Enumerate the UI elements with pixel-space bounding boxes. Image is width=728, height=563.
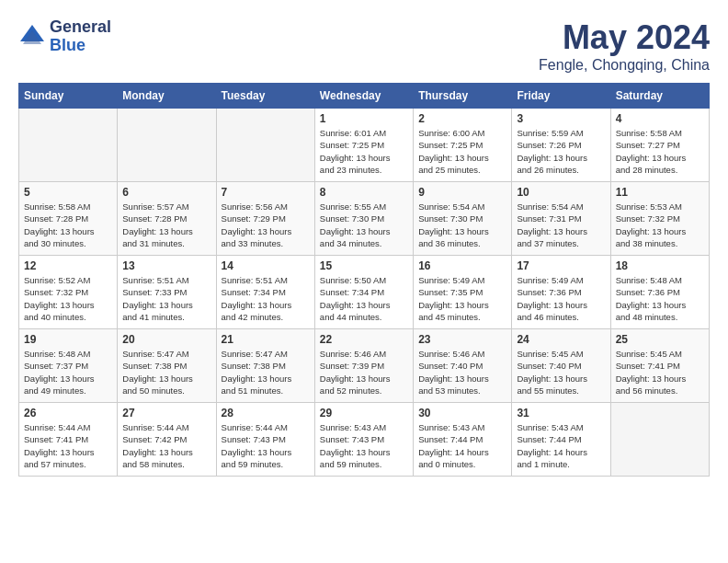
day-number: 27 — [122, 407, 210, 419]
day-number: 9 — [418, 186, 506, 199]
day-info: Sunrise: 5:54 AM Sunset: 7:30 PM Dayligh… — [418, 201, 506, 249]
calendar-day-cell: 8Sunrise: 5:55 AM Sunset: 7:30 PM Daylig… — [314, 182, 413, 256]
calendar-day-cell: 20Sunrise: 5:47 AM Sunset: 7:38 PM Dayli… — [118, 329, 216, 403]
calendar-day-cell: 7Sunrise: 5:56 AM Sunset: 7:29 PM Daylig… — [216, 182, 314, 256]
logo: General Blue — [18, 18, 111, 55]
weekday-header-row: SundayMondayTuesdayWednesdayThursdayFrid… — [19, 84, 710, 109]
day-info: Sunrise: 5:48 AM Sunset: 7:36 PM Dayligh… — [616, 274, 704, 323]
day-number: 10 — [517, 186, 605, 199]
day-info: Sunrise: 5:52 AM Sunset: 7:32 PM Dayligh… — [24, 274, 112, 323]
day-info: Sunrise: 5:46 AM Sunset: 7:40 PM Dayligh… — [418, 348, 506, 396]
weekday-header-cell: Sunday — [19, 84, 118, 109]
weekday-header-cell: Friday — [512, 84, 610, 109]
calendar-day-cell — [216, 109, 314, 182]
day-info: Sunrise: 5:54 AM Sunset: 7:31 PM Dayligh… — [517, 201, 605, 249]
day-number: 12 — [24, 259, 112, 272]
calendar-day-cell: 21Sunrise: 5:47 AM Sunset: 7:38 PM Dayli… — [216, 329, 314, 403]
day-number: 11 — [616, 186, 704, 199]
calendar-day-cell: 4Sunrise: 5:58 AM Sunset: 7:27 PM Daylig… — [610, 109, 709, 182]
day-info: Sunrise: 5:44 AM Sunset: 7:43 PM Dayligh… — [222, 421, 310, 470]
calendar-day-cell: 11Sunrise: 5:53 AM Sunset: 7:32 PM Dayli… — [610, 182, 709, 256]
day-info: Sunrise: 5:58 AM Sunset: 7:27 PM Dayligh… — [616, 127, 704, 176]
calendar-day-cell: 22Sunrise: 5:46 AM Sunset: 7:39 PM Dayli… — [314, 329, 413, 403]
day-info: Sunrise: 5:51 AM Sunset: 7:33 PM Dayligh… — [122, 274, 210, 323]
day-number: 14 — [222, 259, 310, 272]
calendar-day-cell — [118, 109, 216, 182]
weekday-header-cell: Saturday — [610, 84, 709, 109]
logo-text: General Blue — [50, 18, 111, 55]
day-number: 29 — [320, 407, 408, 419]
calendar-day-cell: 12Sunrise: 5:52 AM Sunset: 7:32 PM Dayli… — [19, 256, 118, 329]
calendar-day-cell: 13Sunrise: 5:51 AM Sunset: 7:33 PM Dayli… — [118, 256, 216, 329]
day-info: Sunrise: 5:58 AM Sunset: 7:28 PM Dayligh… — [24, 201, 112, 249]
day-number: 6 — [122, 186, 210, 199]
calendar-day-cell — [610, 403, 709, 477]
day-number: 7 — [222, 186, 310, 199]
calendar-week-row: 5Sunrise: 5:58 AM Sunset: 7:28 PM Daylig… — [19, 182, 710, 256]
calendar-day-cell: 1Sunrise: 6:01 AM Sunset: 7:25 PM Daylig… — [314, 109, 413, 182]
day-info: Sunrise: 5:45 AM Sunset: 7:41 PM Dayligh… — [616, 348, 704, 396]
day-info: Sunrise: 5:46 AM Sunset: 7:39 PM Dayligh… — [320, 348, 408, 396]
day-info: Sunrise: 6:01 AM Sunset: 7:25 PM Dayligh… — [320, 127, 408, 176]
day-info: Sunrise: 5:56 AM Sunset: 7:29 PM Dayligh… — [222, 201, 310, 249]
day-info: Sunrise: 5:44 AM Sunset: 7:42 PM Dayligh… — [122, 421, 210, 470]
calendar-day-cell: 27Sunrise: 5:44 AM Sunset: 7:42 PM Dayli… — [118, 403, 216, 477]
calendar-day-cell: 29Sunrise: 5:43 AM Sunset: 7:43 PM Dayli… — [314, 403, 413, 477]
weekday-header-cell: Monday — [118, 84, 216, 109]
day-info: Sunrise: 5:51 AM Sunset: 7:34 PM Dayligh… — [222, 274, 310, 323]
day-info: Sunrise: 5:53 AM Sunset: 7:32 PM Dayligh… — [616, 201, 704, 249]
day-number: 16 — [418, 259, 506, 272]
day-number: 13 — [122, 259, 210, 272]
calendar-day-cell: 19Sunrise: 5:48 AM Sunset: 7:37 PM Dayli… — [19, 329, 118, 403]
day-number: 4 — [616, 112, 704, 125]
day-number: 21 — [222, 333, 310, 346]
day-info: Sunrise: 6:00 AM Sunset: 7:25 PM Dayligh… — [418, 127, 506, 176]
page-header: General Blue May 2024 Fengle, Chongqing,… — [18, 18, 710, 74]
day-info: Sunrise: 5:47 AM Sunset: 7:38 PM Dayligh… — [122, 348, 210, 396]
day-number: 2 — [418, 112, 506, 125]
day-number: 28 — [222, 407, 310, 419]
day-number: 19 — [24, 333, 112, 346]
weekday-header-cell: Wednesday — [314, 84, 413, 109]
calendar-day-cell: 9Sunrise: 5:54 AM Sunset: 7:30 PM Daylig… — [414, 182, 512, 256]
day-number: 15 — [320, 259, 408, 272]
day-number: 1 — [320, 112, 408, 125]
day-info: Sunrise: 5:50 AM Sunset: 7:34 PM Dayligh… — [320, 274, 408, 323]
day-info: Sunrise: 5:43 AM Sunset: 7:44 PM Dayligh… — [418, 421, 506, 470]
logo-icon — [18, 23, 46, 51]
day-number: 30 — [418, 407, 506, 419]
location-title: Fengle, Chongqing, China — [539, 57, 710, 74]
title-block: May 2024 Fengle, Chongqing, China — [539, 18, 710, 74]
day-number: 8 — [320, 186, 408, 199]
logo-line1: General — [50, 18, 111, 37]
day-info: Sunrise: 5:49 AM Sunset: 7:35 PM Dayligh… — [418, 274, 506, 323]
calendar-day-cell: 15Sunrise: 5:50 AM Sunset: 7:34 PM Dayli… — [314, 256, 413, 329]
calendar-day-cell: 2Sunrise: 6:00 AM Sunset: 7:25 PM Daylig… — [414, 109, 512, 182]
calendar-day-cell: 10Sunrise: 5:54 AM Sunset: 7:31 PM Dayli… — [512, 182, 610, 256]
calendar-day-cell: 14Sunrise: 5:51 AM Sunset: 7:34 PM Dayli… — [216, 256, 314, 329]
day-number: 23 — [418, 333, 506, 346]
day-info: Sunrise: 5:57 AM Sunset: 7:28 PM Dayligh… — [122, 201, 210, 249]
day-info: Sunrise: 5:44 AM Sunset: 7:41 PM Dayligh… — [24, 421, 112, 470]
calendar-day-cell: 31Sunrise: 5:43 AM Sunset: 7:44 PM Dayli… — [512, 403, 610, 477]
calendar-day-cell: 28Sunrise: 5:44 AM Sunset: 7:43 PM Dayli… — [216, 403, 314, 477]
day-info: Sunrise: 5:59 AM Sunset: 7:26 PM Dayligh… — [517, 127, 605, 176]
calendar-day-cell: 26Sunrise: 5:44 AM Sunset: 7:41 PM Dayli… — [19, 403, 118, 477]
calendar-week-row: 1Sunrise: 6:01 AM Sunset: 7:25 PM Daylig… — [19, 109, 710, 182]
day-info: Sunrise: 5:48 AM Sunset: 7:37 PM Dayligh… — [24, 348, 112, 396]
calendar-day-cell: 18Sunrise: 5:48 AM Sunset: 7:36 PM Dayli… — [610, 256, 709, 329]
day-number: 3 — [517, 112, 605, 125]
weekday-header-cell: Tuesday — [216, 84, 314, 109]
calendar-day-cell: 3Sunrise: 5:59 AM Sunset: 7:26 PM Daylig… — [512, 109, 610, 182]
calendar-day-cell: 17Sunrise: 5:49 AM Sunset: 7:36 PM Dayli… — [512, 256, 610, 329]
day-number: 5 — [24, 186, 112, 199]
day-info: Sunrise: 5:55 AM Sunset: 7:30 PM Dayligh… — [320, 201, 408, 249]
calendar-day-cell: 16Sunrise: 5:49 AM Sunset: 7:35 PM Dayli… — [414, 256, 512, 329]
calendar-day-cell: 5Sunrise: 5:58 AM Sunset: 7:28 PM Daylig… — [19, 182, 118, 256]
day-number: 17 — [517, 259, 605, 272]
logo-line2: Blue — [50, 37, 111, 55]
calendar-day-cell: 6Sunrise: 5:57 AM Sunset: 7:28 PM Daylig… — [118, 182, 216, 256]
day-info: Sunrise: 5:43 AM Sunset: 7:44 PM Dayligh… — [517, 421, 605, 470]
calendar-day-cell: 30Sunrise: 5:43 AM Sunset: 7:44 PM Dayli… — [414, 403, 512, 477]
day-info: Sunrise: 5:47 AM Sunset: 7:38 PM Dayligh… — [222, 348, 310, 396]
